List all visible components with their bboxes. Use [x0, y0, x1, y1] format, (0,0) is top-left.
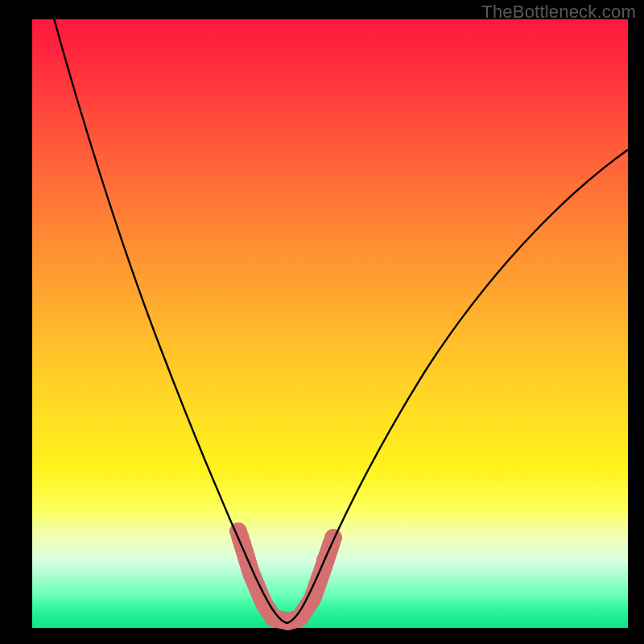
- marker-dot: [324, 529, 342, 547]
- chart-frame: TheBottleneck.com: [0, 0, 644, 644]
- highlight-markers: [229, 522, 342, 621]
- watermark-text: TheBottleneck.com: [481, 2, 636, 23]
- marker-dot: [311, 575, 327, 591]
- plot-area: [32, 19, 628, 628]
- curve-layer: [32, 19, 628, 628]
- bottleneck-curve: [52, 10, 628, 623]
